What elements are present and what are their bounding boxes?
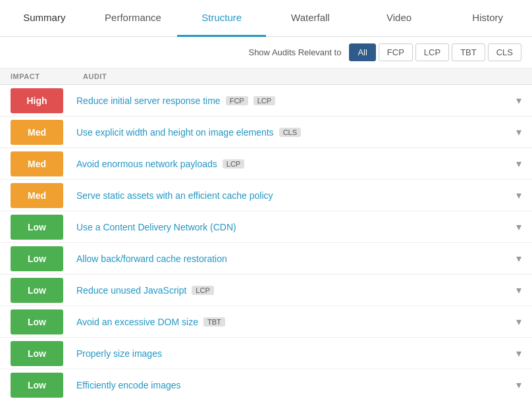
tab-bar: SummaryPerformanceStructureWaterfallVide…	[0, 0, 532, 37]
audit-content: Serve static assets with an efficient ca…	[76, 190, 510, 201]
audit-row[interactable]: HighReduce initial server response timeF…	[0, 85, 532, 117]
metric-tag: FCP	[226, 96, 248, 105]
column-headers: IMPACT AUDIT	[0, 68, 532, 85]
expand-chevron-icon[interactable]: ▾	[516, 157, 521, 170]
filter-btn-all[interactable]: All	[349, 43, 375, 61]
expand-chevron-icon[interactable]: ▾	[516, 347, 521, 359]
expand-chevron-icon[interactable]: ▾	[516, 94, 521, 107]
audit-title: Reduce unused JavaScript	[76, 285, 186, 296]
tab-history[interactable]: History	[443, 0, 532, 37]
metric-tag: LCP	[192, 286, 213, 295]
filter-btn-lcp[interactable]: LCP	[415, 43, 449, 61]
tab-summary[interactable]: Summary	[0, 0, 89, 37]
audit-content: Use a Content Delivery Network (CDN)	[76, 222, 510, 232]
audit-row[interactable]: LowProperly size images▾	[0, 338, 532, 369]
audit-content: Use explicit width and height on image e…	[76, 127, 510, 138]
filter-buttons: AllFCPLCPTBTCLS	[349, 43, 521, 61]
expand-chevron-icon[interactable]: ▾	[516, 252, 521, 265]
tab-video[interactable]: Video	[355, 0, 444, 37]
audit-content: Reduce initial server response timeFCPLC…	[76, 95, 510, 106]
filter-btn-tbt[interactable]: TBT	[452, 43, 485, 61]
audit-row[interactable]: MedServe static assets with an efficient…	[0, 180, 532, 211]
audit-content: Properly size images	[76, 348, 510, 359]
audit-row[interactable]: LowAvoid an excessive DOM sizeTBT▾	[0, 306, 532, 338]
audit-title: Reduce initial server response time	[76, 95, 221, 106]
impact-col-header: IMPACT	[11, 72, 83, 80]
audit-list: HighReduce initial server response timeF…	[0, 85, 532, 399]
expand-chevron-icon[interactable]: ▾	[516, 126, 521, 138]
impact-badge: Med	[11, 183, 63, 208]
audit-title: Allow back/forward cache restoration	[76, 253, 227, 264]
filter-btn-cls[interactable]: CLS	[488, 43, 521, 61]
expand-chevron-icon[interactable]: ▾	[516, 221, 521, 233]
audit-content: Allow back/forward cache restoration	[76, 253, 510, 264]
impact-badge: High	[11, 88, 63, 113]
expand-chevron-icon[interactable]: ▾	[516, 379, 521, 391]
audit-content: Efficiently encode images	[76, 380, 510, 390]
impact-badge: Med	[11, 151, 63, 176]
audit-row[interactable]: LowAllow back/forward cache restoration▾	[0, 243, 532, 275]
filter-label: Show Audits Relevant to	[248, 47, 341, 57]
audit-row[interactable]: LowUse a Content Delivery Network (CDN)▾	[0, 211, 532, 243]
audit-title: Properly size images	[76, 348, 162, 359]
audit-row[interactable]: MedAvoid enormous network payloadsLCP▾	[0, 148, 532, 180]
audit-col-header: AUDIT	[83, 72, 107, 80]
audit-title: Serve static assets with an efficient ca…	[76, 190, 273, 201]
audit-row[interactable]: MedUse explicit width and height on imag…	[0, 117, 532, 148]
audit-title: Avoid an excessive DOM size	[76, 317, 198, 327]
metric-tag: TBT	[203, 317, 225, 327]
impact-badge: Low	[11, 246, 63, 271]
expand-chevron-icon[interactable]: ▾	[516, 284, 521, 296]
metric-tag: CLS	[279, 128, 301, 137]
impact-badge: Low	[11, 278, 63, 303]
metric-tag: LCP	[253, 96, 275, 105]
audit-content: Reduce unused JavaScriptLCP	[76, 285, 510, 296]
audit-title: Efficiently encode images	[76, 380, 181, 390]
audit-title: Use explicit width and height on image e…	[76, 127, 274, 138]
impact-badge: Low	[11, 373, 63, 398]
tab-performance[interactable]: Performance	[89, 0, 178, 37]
tab-structure[interactable]: Structure	[177, 0, 266, 37]
expand-chevron-icon[interactable]: ▾	[516, 315, 521, 328]
impact-badge: Low	[11, 341, 63, 366]
metric-tag: LCP	[223, 159, 244, 169]
audit-title: Avoid enormous network payloads	[76, 159, 217, 169]
audit-row[interactable]: LowReduce unused JavaScriptLCP▾	[0, 275, 532, 306]
impact-badge: Low	[11, 309, 63, 334]
filter-bar: Show Audits Relevant to AllFCPLCPTBTCLS	[0, 37, 532, 68]
audit-row[interactable]: LowEfficiently encode images▾	[0, 369, 532, 399]
tab-waterfall[interactable]: Waterfall	[266, 0, 355, 37]
audit-title: Use a Content Delivery Network (CDN)	[76, 222, 236, 232]
expand-chevron-icon[interactable]: ▾	[516, 189, 521, 201]
impact-badge: Med	[11, 120, 63, 145]
audit-content: Avoid enormous network payloadsLCP	[76, 159, 510, 169]
audit-content: Avoid an excessive DOM sizeTBT	[76, 317, 510, 327]
impact-badge: Low	[11, 215, 63, 240]
filter-btn-fcp[interactable]: FCP	[379, 43, 413, 61]
